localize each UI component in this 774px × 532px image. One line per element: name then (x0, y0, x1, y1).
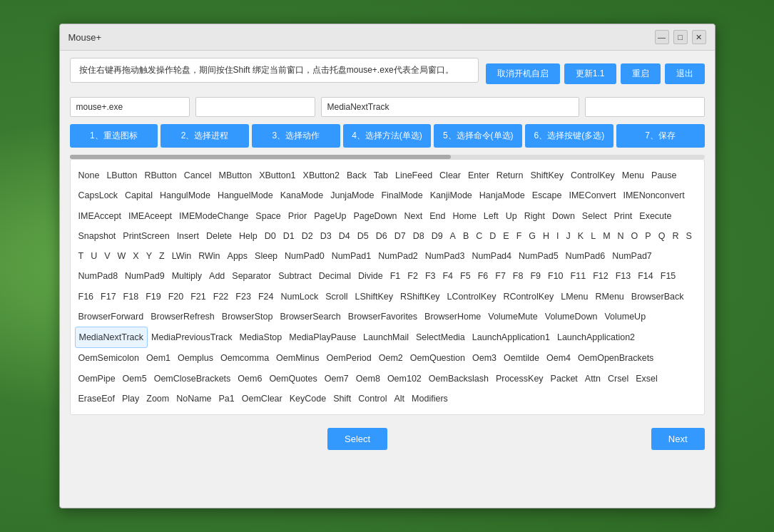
key-item[interactable]: Multiply (168, 266, 205, 286)
key-item[interactable]: PageDown (350, 206, 400, 226)
key-item[interactable]: N (614, 226, 628, 246)
key-item[interactable]: ShiftKey (526, 165, 567, 185)
key-item[interactable]: OemBackslash (425, 369, 492, 389)
key-item[interactable]: OemCloseBrackets (151, 369, 235, 389)
key-item[interactable]: Alt (391, 389, 409, 409)
hotkey-input[interactable] (321, 97, 579, 117)
key-item[interactable]: Y (143, 246, 156, 266)
step5-button[interactable]: 5、选择命令(单选) (434, 124, 522, 148)
key-item[interactable]: Select (579, 206, 611, 226)
key-item[interactable]: NumPad8 (75, 266, 122, 286)
key-item[interactable]: W (114, 246, 130, 266)
key-item[interactable]: NumPad7 (608, 246, 656, 266)
key-item[interactable]: C (472, 226, 486, 246)
key-item[interactable]: XButton2 (300, 165, 343, 185)
key-item[interactable]: Oem6 (234, 369, 265, 389)
key-item[interactable]: KanjiMode (427, 185, 476, 205)
key-item[interactable]: IMENonconvert (619, 185, 688, 205)
key-item[interactable]: IMEModeChange (175, 206, 252, 226)
key-item[interactable]: F1 (387, 266, 404, 286)
key-item[interactable]: CapsLock (75, 185, 122, 205)
step2-button[interactable]: 2、选择进程 (161, 124, 249, 148)
key-item[interactable]: Return (493, 165, 527, 185)
key-item[interactable]: LWin (168, 246, 195, 266)
key-item[interactable]: Cancel (180, 165, 215, 185)
key-item[interactable]: F22 (210, 287, 233, 307)
cancel-autostart-button[interactable]: 取消开机自启 (486, 63, 560, 84)
key-item[interactable]: Scroll (322, 287, 351, 307)
key-item[interactable]: LControlKey (444, 287, 500, 307)
key-item[interactable]: Oem3 (469, 348, 500, 368)
key-item[interactable]: MediaNextTrack (75, 327, 148, 348)
key-item[interactable]: LineFeed (392, 165, 436, 185)
key-item[interactable]: Sleep (251, 246, 281, 266)
key-item[interactable]: Tab (370, 165, 392, 185)
key-item[interactable]: BrowserSearch (276, 307, 344, 327)
key-item[interactable]: H (539, 226, 553, 246)
key-item[interactable]: F11 (567, 266, 590, 286)
key-item[interactable]: KanaMode (277, 185, 327, 205)
key-item[interactable]: NumPad3 (422, 246, 469, 266)
key-item[interactable]: F8 (509, 266, 527, 286)
key-item[interactable]: F7 (492, 266, 509, 286)
key-item[interactable]: D0 (261, 226, 280, 246)
key-item[interactable]: Pa1 (215, 389, 238, 409)
key-item[interactable]: F13 (612, 266, 635, 286)
key-item[interactable]: D6 (372, 226, 391, 246)
key-item[interactable]: D4 (335, 226, 354, 246)
key-item[interactable]: Escape (529, 185, 566, 205)
key-item[interactable]: BrowserFavorites (345, 307, 421, 327)
key-item[interactable]: RWin (195, 246, 223, 266)
key-item[interactable]: LaunchMail (360, 327, 412, 347)
key-item[interactable]: K (574, 226, 587, 246)
step4-button[interactable]: 4、选择方法(单选) (343, 124, 432, 148)
key-item[interactable]: KeyCode (286, 389, 330, 409)
exit-button[interactable]: 退出 (665, 63, 705, 84)
key-item[interactable]: O (628, 226, 642, 246)
key-item[interactable]: Q (655, 226, 669, 246)
key-item[interactable]: NumPad6 (562, 246, 609, 266)
key-item[interactable]: P (641, 226, 654, 246)
key-item[interactable]: Apps (224, 246, 252, 266)
key-item[interactable]: IMEAccept (75, 206, 125, 226)
key-item[interactable]: G (525, 226, 539, 246)
key-item[interactable]: Left (480, 206, 502, 226)
key-item[interactable]: Oemplus (174, 348, 217, 368)
key-item[interactable]: I (553, 226, 562, 246)
close-button[interactable]: ✕ (692, 30, 706, 44)
key-item[interactable]: F10 (544, 266, 567, 286)
key-item[interactable]: Packet (547, 369, 581, 389)
key-item[interactable]: F5 (457, 266, 474, 286)
key-item[interactable]: F17 (97, 287, 120, 307)
key-item[interactable]: S (682, 226, 695, 246)
key-item[interactable]: RButton (141, 165, 180, 185)
key-item[interactable]: NumLock (277, 287, 322, 307)
key-item[interactable]: Print (611, 206, 636, 226)
key-item[interactable]: A (447, 226, 459, 246)
key-item[interactable]: Oem102 (384, 369, 425, 389)
key-item[interactable]: MediaPreviousTrack (148, 327, 235, 347)
key-item[interactable]: MButton (215, 165, 256, 185)
key-item[interactable]: Subtract (275, 266, 315, 286)
select-button[interactable]: Select (327, 428, 387, 450)
key-item[interactable]: VolumeDown (541, 307, 601, 327)
restart-button[interactable]: 重启 (621, 63, 661, 84)
key-item[interactable]: F9 (526, 266, 544, 286)
key-item[interactable]: VolumeMute (484, 307, 541, 327)
key-item[interactable]: Up (502, 206, 521, 226)
update-button[interactable]: 更新1.1 (564, 63, 616, 84)
key-item[interactable]: F19 (142, 287, 165, 307)
key-item[interactable]: MediaPlayPause (285, 327, 360, 347)
key-item[interactable]: Execute (636, 206, 675, 226)
key-item[interactable]: F4 (439, 266, 457, 286)
key-item[interactable]: F3 (422, 266, 439, 286)
key-item[interactable]: Zoom (143, 389, 173, 409)
key-item[interactable]: D2 (298, 226, 317, 246)
key-item[interactable]: OemQuotes (265, 369, 320, 389)
key-item[interactable]: HanguelMode (214, 185, 277, 205)
key-item[interactable]: IMEAceept (125, 206, 175, 226)
key-item[interactable]: OemQuestion (407, 348, 469, 368)
key-item[interactable]: Play (118, 389, 143, 409)
key-item[interactable]: M (599, 226, 613, 246)
key-item[interactable]: Back (343, 165, 370, 185)
